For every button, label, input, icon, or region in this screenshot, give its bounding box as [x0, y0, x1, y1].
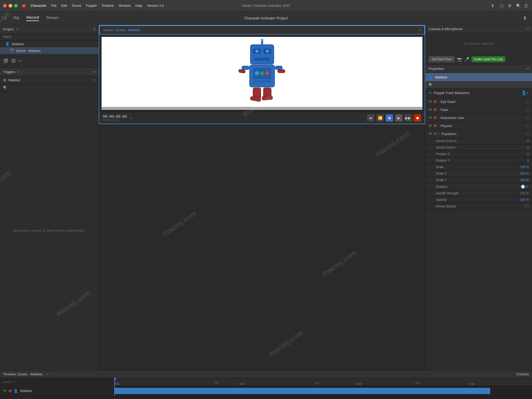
menu-puppet[interactable]: Puppet — [86, 4, 97, 8]
search-icon[interactable]: 🔍 — [516, 3, 521, 8]
menu-version: Version 3.0 — [147, 4, 164, 8]
scale-value[interactable]: 100 % — [520, 165, 529, 169]
image-icon[interactable]: 🖼 — [11, 59, 16, 63]
puppet-track-behaviors-header[interactable]: ▼ Puppet Track Behaviors 👤+ — [425, 88, 532, 98]
menu-help[interactable]: Help — [135, 4, 142, 8]
transform-prop-pos-y: Position Y 0 — [425, 157, 532, 164]
play-with-preroll-button[interactable]: ▶▶ — [404, 114, 412, 122]
step-back-button[interactable]: ⏪ — [376, 114, 384, 122]
record-button[interactable]: ⏺ — [414, 114, 421, 122]
timeline-labels: frames 0 👁 👤 Walkbot — [0, 378, 114, 399]
face-menu-icon[interactable]: ≡ — [527, 108, 529, 112]
fullscreen-button[interactable] — [14, 4, 18, 8]
minimize-button[interactable] — [9, 4, 12, 8]
transform-collapse-icon[interactable]: ▾ — [438, 132, 440, 136]
behavior-transform[interactable]: 👁 ▾ Transform ≡ — [425, 130, 532, 138]
tab-stream[interactable]: Stream — [46, 15, 59, 21]
nutcracker-visible-icon[interactable]: 👁 — [429, 116, 432, 120]
scale-label: Scale — [436, 165, 520, 169]
scene-canvas — [102, 37, 422, 110]
scale-x-value[interactable]: 100 % — [520, 172, 529, 175]
walkbot-selected-row[interactable]: 👤 Walkbot — [425, 73, 532, 82]
timeline-clip-row[interactable] — [114, 386, 532, 396]
triggers-menu-icon[interactable]: ≡ — [93, 70, 95, 74]
eye-gaze-expand-icon[interactable]: › — [438, 100, 439, 103]
eye-gaze-visible-icon[interactable]: 👁 — [429, 99, 432, 104]
properties-menu-icon[interactable]: ≡ — [527, 67, 529, 71]
timeline-playhead-marker — [114, 378, 115, 385]
timeline-record-dot — [9, 390, 11, 392]
physics-menu-icon[interactable]: ≡ — [527, 124, 529, 128]
svg-rect-19 — [275, 66, 282, 70]
pos-y-value[interactable]: 0 — [527, 159, 529, 162]
timeline-track-name: Walkbot — [20, 389, 32, 393]
menu-edit[interactable]: Edit — [61, 4, 67, 8]
physics-visible-icon[interactable]: 👁 — [429, 124, 432, 128]
add-behavior-button[interactable]: 👤+ — [521, 90, 529, 95]
menu-scene[interactable]: Scene — [72, 4, 81, 8]
stop-button[interactable]: ⏹ — [386, 114, 393, 122]
anchor-x-value[interactable]: 0 — [527, 139, 529, 143]
eye-gaze-menu-icon[interactable]: ≡ — [527, 99, 529, 104]
handle-strength-value[interactable]: 100 % — [520, 191, 529, 195]
camera-menu-icon[interactable]: ≡ — [527, 27, 529, 31]
triggers-section: Triggers ⊞ ≡ ⊞ Walkbot + 🔍 Drop layers, … — [0, 68, 98, 370]
scene-menu-icon[interactable]: ≡ — [418, 28, 421, 32]
project-item-walkbot[interactable]: 👤 Walkbot — [0, 41, 98, 47]
behavior-physics[interactable]: 👁 › Physics ≡ — [425, 122, 532, 130]
pos-x-value[interactable]: 0 — [527, 152, 529, 156]
rotation-clock-icon: 🕐 — [521, 185, 525, 189]
properties-search-input[interactable] — [434, 83, 529, 87]
menu-timeline[interactable]: Timeline — [101, 4, 114, 8]
arrow-icon[interactable]: ↩ — [19, 58, 22, 63]
menu-character[interactable]: Character — [31, 4, 46, 8]
menu-file[interactable]: File — [51, 4, 57, 8]
controls-tab[interactable]: Controls — [516, 372, 529, 376]
anchor-y-value[interactable]: 0 — [527, 146, 529, 149]
project-menu-icon[interactable]: ≡ — [93, 27, 95, 31]
behavior-eye-gaze[interactable]: 👁 › Eye Gaze ≡ — [425, 98, 532, 106]
properties-search[interactable]: 🔍 — [425, 82, 532, 88]
tab-rig[interactable]: Rig — [13, 15, 19, 21]
opacity-value[interactable]: 100 % — [520, 198, 529, 202]
timeline-menu-icon[interactable]: ≡ — [46, 372, 49, 376]
share-icon[interactable]: ⬆ — [523, 15, 527, 21]
triggers-search[interactable]: 🔍 — [0, 84, 98, 91]
face-expand-icon[interactable]: › — [438, 108, 439, 111]
nutcracker-menu-icon[interactable]: ≡ — [527, 116, 529, 120]
timeline-track-area[interactable]: 0 100 200 300 0:00 0:05 0:10 0:15 — [114, 378, 532, 399]
scene-name: Scene - Walkbot — [115, 28, 140, 32]
timecode-display: 00:00:00:00 — [103, 114, 127, 118]
home-icon[interactable]: ⌂ — [4, 15, 7, 21]
svg-point-3 — [255, 50, 258, 53]
behavior-nutcracker-jaw[interactable]: 👁 › Nutcracker Jaw ≡ — [425, 114, 532, 122]
triggers-header: Triggers ⊞ ≡ — [0, 68, 98, 76]
menu-window[interactable]: Window — [119, 4, 131, 8]
face-visible-icon[interactable]: 👁 — [429, 108, 432, 112]
ruler-300: 300 — [415, 382, 420, 384]
project-item-scene-walkbot[interactable]: 🎬 Scene - Walkbot — [0, 47, 98, 54]
physics-expand-icon[interactable]: › — [438, 124, 439, 128]
tab-record[interactable]: Record — [26, 15, 39, 21]
video-icon[interactable]: 🎬 — [3, 58, 8, 63]
transform-menu-icon[interactable]: ≡ — [527, 132, 529, 136]
behavior-face[interactable]: 👁 › Face ≡ — [425, 106, 532, 114]
scale-y-value[interactable]: 100 % — [520, 178, 529, 182]
group-opacity-checkbox[interactable] — [525, 204, 529, 208]
triggers-add-button[interactable]: + — [93, 78, 95, 82]
set-rest-pose-button[interactable]: Set Rest Pose — [429, 56, 455, 62]
nutcracker-expand-icon[interactable]: › — [438, 116, 439, 119]
triggers-search-input[interactable] — [9, 86, 95, 90]
timeline-body: frames 0 👁 👤 Walkbot 0 100 200 — [0, 378, 532, 399]
transform-visible-icon[interactable]: 👁 — [429, 132, 432, 136]
left-panel: Project ⊞ ≡ Name 👤 Walkbot 🎬 Scene - Wal… — [0, 25, 99, 370]
timeline-clip[interactable] — [114, 388, 490, 394]
rotation-value[interactable]: 0° — [526, 185, 529, 189]
list-icon[interactable]: ☰ — [524, 3, 529, 8]
play-button[interactable]: ▶ — [395, 114, 402, 122]
timeline-eye-icon[interactable]: 👁 — [3, 389, 7, 393]
close-button[interactable] — [3, 4, 7, 8]
menu-apple[interactable]: 🍎 — [22, 4, 26, 8]
skip-to-start-button[interactable]: ⏮ — [367, 114, 374, 122]
anchor-x-label: Anchor Point X — [436, 139, 527, 143]
